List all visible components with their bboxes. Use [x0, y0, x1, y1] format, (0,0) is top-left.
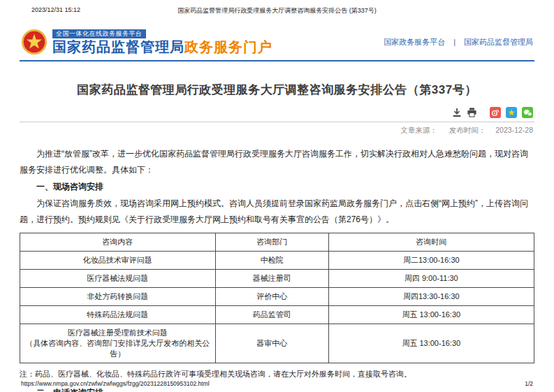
section1-paragraph: 为保证咨询服务质效，现场咨询采用网上预约模式。咨询人员须提前登录国家药监局政务服…	[20, 196, 534, 228]
article-body: 为推进“放管服”改革，进一步优化国家药品监督管理局行政受理服务大厅咨询服务工作，…	[20, 146, 534, 392]
header-link-nmpa[interactable]: 国家药品监督管理局	[464, 37, 533, 48]
cell-content-line2: （具体咨询内容、咨询部门安排详见大厅发布的相关公告）	[22, 338, 213, 359]
table-row: 特殊药品法规问题 药品监管司 周五 13:00-16:30	[20, 306, 534, 324]
cell-dept: 器审中心	[215, 324, 328, 363]
cell-time: 周四 9:00-11:30	[328, 270, 534, 288]
page-content: 全国一体化在线政务服务平台 国家药品监督管理局政务服务门户 国家政务服务平台 |…	[20, 25, 534, 392]
table-header-row: 咨询内容 咨询部门 咨询时间	[20, 233, 534, 252]
article-title: 国家药品监督管理局行政受理服务大厅调整咨询服务安排公告（第337号）	[27, 82, 527, 98]
cell-content: 医疗器械法规问题	[20, 270, 216, 288]
cell-content: 非处方药转换问题	[20, 288, 216, 306]
article-publish-label: 发布时间：	[449, 126, 486, 134]
article-publish-date: 2023-12-28	[495, 126, 533, 134]
header-link-gov-service-platform[interactable]: 国家政务服务平台	[384, 37, 445, 48]
table-row: 化妆品技术审评问题 中检院 周二13:00-16:30	[20, 252, 534, 270]
print-header-doc-title: 国家药品监督管理局行政受理服务大厅调整咨询服务安排公告 (第337号)	[0, 6, 554, 15]
cell-dept: 评价中心	[215, 288, 328, 306]
site-title-org: 国家药品监督管理局	[52, 39, 184, 55]
wechat-share-icon[interactable]	[522, 107, 533, 118]
header-links: 国家政务服务平台 | 国家药品监督管理局	[384, 37, 533, 48]
cell-time: 周五 13:00-16:30	[328, 306, 534, 324]
qzone-star-glyph: ★	[508, 108, 516, 117]
col-header-time: 咨询时间	[328, 233, 534, 252]
section1-title: 一、现场咨询安排	[20, 179, 534, 195]
intro-paragraph: 为推进“放管服”改革，进一步优化国家药品监督管理局行政受理服务大厅咨询服务工作，…	[20, 146, 534, 178]
cell-dept: 药品监管司	[215, 306, 328, 324]
cell-dept: 器械注册司	[215, 270, 328, 288]
platform-badge: 全国一体化在线政务服务平台	[52, 29, 146, 38]
cell-content: 特殊药品法规问题	[20, 306, 216, 324]
print-footer-url: https://www.nmpa.gov.cn/zwfw/zwfwggs/fzg…	[21, 380, 210, 387]
print-footer: https://www.nmpa.gov.cn/zwfw/zwfwggs/fzg…	[21, 380, 533, 387]
header-link-separator: |	[453, 38, 455, 46]
cell-content: 医疗器械注册受理前技术问题 （具体咨询内容、咨询部门安排详见大厅发布的相关公告）	[20, 324, 216, 363]
print-header-datetime: 2023/12/31 15:12	[31, 6, 80, 13]
col-header-content: 咨询内容	[20, 233, 216, 252]
cell-time: 周二13:00-16:30	[328, 252, 534, 270]
table-note: 注：药品、医疗器械、化妆品、特殊药品行政许可事项受理相关现场咨询，请在大厅对外服…	[20, 369, 534, 379]
print-icon[interactable]	[467, 108, 477, 117]
site-logo[interactable]: 全国一体化在线政务服务平台 国家药品监督管理局政务服务门户	[21, 29, 272, 55]
cell-content-line1: 医疗器械注册受理前技术问题	[22, 328, 213, 338]
col-header-dept: 咨询部门	[215, 233, 328, 252]
onsite-consult-table: 咨询内容 咨询部门 咨询时间 化妆品技术审评问题 中检院 周二13:00-16:…	[20, 233, 534, 363]
cell-content: 化妆品技术审评问题	[20, 252, 216, 270]
site-title-portal: 政务服务门户	[184, 39, 272, 55]
cell-time: 周五 13:00-16:30	[328, 324, 534, 363]
table-row: 非处方药转换问题 评价中心 周四13:30-16:30	[20, 288, 534, 306]
qzone-share-icon[interactable]: ★	[506, 107, 517, 118]
table-row: 医疗器械注册受理前技术问题 （具体咨询内容、咨询部门安排详见大厅发布的相关公告）…	[20, 324, 534, 363]
national-emblem-icon	[21, 29, 48, 55]
download-icon[interactable]	[452, 108, 462, 117]
article-toolbar: ★	[20, 107, 533, 118]
cell-dept: 中检院	[215, 252, 328, 270]
print-footer-page-number: 1/2	[525, 380, 533, 387]
table-row: 医疗器械法规问题 器械注册司 周四 9:00-11:30	[20, 270, 534, 288]
article-meta: 文章来源： 发布时间：2023-12-28	[20, 122, 534, 136]
site-header: 全国一体化在线政务服务平台 国家药品监督管理局政务服务门户 国家政务服务平台 |…	[20, 25, 534, 61]
site-title: 国家药品监督管理局政务服务门户	[52, 38, 272, 55]
print-header: 2023/12/31 15:12 国家药品监督管理局行政受理服务大厅调整咨询服务…	[0, 6, 554, 15]
cell-time: 周四13:30-16:30	[328, 288, 534, 306]
article-source-label: 文章来源：	[400, 126, 437, 134]
weibo-share-icon[interactable]	[490, 107, 501, 118]
site-logo-text: 全国一体化在线政务服务平台 国家药品监督管理局政务服务门户	[52, 29, 272, 55]
